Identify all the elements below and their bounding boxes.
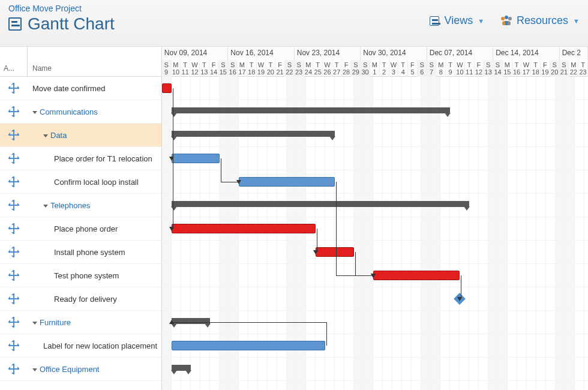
task-name[interactable]: Furniture — [28, 318, 161, 327]
move-icon — [8, 270, 19, 281]
task-row[interactable]: Data — [0, 124, 161, 147]
day-header: T16 — [512, 60, 522, 77]
day-header: S15 — [218, 60, 228, 77]
week-header: Nov 09, 2014 — [162, 47, 228, 60]
task-bar[interactable] — [172, 154, 220, 163]
task-row[interactable]: Place phone order — [0, 217, 161, 241]
task-row[interactable]: Office Equipment — [0, 358, 161, 381]
day-header: S30 — [361, 60, 370, 77]
week-header: Dec 14, 2014 — [493, 47, 559, 60]
drag-handle[interactable] — [0, 340, 28, 351]
collapse-icon[interactable] — [43, 134, 48, 137]
day-header: T18 — [531, 60, 541, 77]
day-header: T4 — [398, 60, 408, 77]
task-row[interactable]: Label for new location placement — [0, 334, 161, 358]
day-header: F19 — [541, 60, 550, 77]
day-header: F14 — [209, 60, 219, 77]
task-bar[interactable] — [239, 177, 335, 187]
resources-menu[interactable]: Resources ▼ — [501, 14, 580, 27]
project-title[interactable]: Office Move Project — [8, 4, 115, 13]
summary-bar[interactable] — [172, 365, 191, 371]
move-icon — [8, 200, 19, 211]
move-icon — [8, 106, 19, 117]
task-row[interactable]: Confirm local loop install — [0, 170, 161, 194]
day-header: T11 — [465, 60, 475, 77]
task-bar[interactable] — [172, 341, 325, 350]
collapse-icon[interactable] — [32, 322, 37, 325]
day-header: T23 — [578, 60, 588, 77]
task-row[interactable]: Telephones — [0, 194, 161, 217]
day-header: S22 — [285, 60, 295, 77]
move-icon — [8, 83, 19, 94]
chevron-down-icon: ▼ — [478, 17, 484, 25]
task-row[interactable]: Place order for T1 relocation — [0, 147, 161, 170]
drag-handle[interactable] — [0, 364, 28, 374]
views-label: Views — [444, 14, 473, 27]
views-menu[interactable]: Views ▼ — [430, 14, 484, 27]
drag-handle[interactable] — [0, 130, 28, 140]
task-name[interactable]: Communications — [28, 107, 161, 116]
drag-handle[interactable] — [0, 176, 28, 187]
day-header: W10 — [455, 60, 465, 77]
drag-handle[interactable] — [0, 200, 28, 211]
task-row[interactable]: Ready for delivery — [0, 287, 161, 311]
day-header: M17 — [238, 60, 247, 77]
task-name: Move date confirmed — [28, 84, 161, 93]
task-name: Label for new location placement — [28, 341, 161, 350]
day-header: W17 — [521, 60, 531, 77]
task-bar[interactable] — [172, 224, 316, 233]
day-header: F28 — [342, 60, 352, 77]
summary-bar[interactable] — [172, 107, 450, 113]
task-name[interactable]: Data — [28, 131, 161, 140]
drag-handle[interactable] — [0, 317, 28, 328]
col-actions[interactable]: A... — [0, 47, 28, 76]
day-header: M22 — [569, 60, 578, 77]
day-header: T9 — [446, 60, 455, 77]
drag-handle[interactable] — [0, 270, 28, 281]
day-header: S21 — [560, 60, 569, 77]
summary-bar[interactable] — [172, 201, 469, 207]
task-row[interactable]: Test phone system — [0, 264, 161, 287]
day-header: S9 — [162, 60, 172, 77]
collapse-icon[interactable] — [32, 368, 37, 371]
summary-bar[interactable] — [172, 318, 210, 324]
task-name[interactable]: Telephones — [28, 201, 161, 210]
people-icon — [501, 16, 512, 26]
task-bar[interactable] — [316, 247, 354, 257]
move-icon — [8, 130, 19, 140]
move-icon — [8, 176, 19, 187]
day-header: T11 — [181, 60, 190, 77]
collapse-icon[interactable] — [32, 111, 37, 114]
move-icon — [8, 340, 19, 351]
drag-handle[interactable] — [0, 106, 28, 117]
task-row[interactable]: Install phone system — [0, 241, 161, 264]
drag-handle[interactable] — [0, 153, 28, 164]
day-header: S14 — [493, 60, 503, 77]
task-row[interactable]: Communications — [0, 100, 161, 124]
day-header: M10 — [172, 60, 181, 77]
week-header: Dec 07, 2014 — [427, 47, 493, 60]
drag-handle[interactable] — [0, 247, 28, 257]
task-name[interactable]: Office Equipment — [28, 365, 161, 374]
summary-bar[interactable] — [172, 131, 335, 137]
week-header: Nov 23, 2014 — [295, 47, 361, 60]
day-header: W26 — [323, 60, 332, 77]
day-header: T25 — [313, 60, 323, 77]
drag-handle[interactable] — [0, 223, 28, 234]
col-name[interactable]: Name — [28, 47, 161, 76]
gantt-chart[interactable]: Nov 09, 2014Nov 16, 2014Nov 23, 2014Nov … — [162, 47, 588, 390]
task-bar[interactable] — [373, 271, 460, 280]
week-header: Nov 16, 2014 — [228, 47, 294, 60]
task-table-header: A... Name — [0, 47, 161, 77]
day-header: M15 — [503, 60, 512, 77]
drag-handle[interactable] — [0, 83, 28, 94]
day-header: S7 — [427, 60, 437, 77]
task-row[interactable]: Furniture — [0, 311, 161, 334]
day-header: S20 — [550, 60, 560, 77]
gantt-icon — [8, 17, 22, 31]
drag-handle[interactable] — [0, 293, 28, 304]
task-bar[interactable] — [162, 83, 172, 93]
task-row[interactable]: Move date confirmed — [0, 77, 161, 100]
collapse-icon[interactable] — [43, 205, 48, 208]
week-header: Nov 30, 2014 — [361, 47, 427, 60]
